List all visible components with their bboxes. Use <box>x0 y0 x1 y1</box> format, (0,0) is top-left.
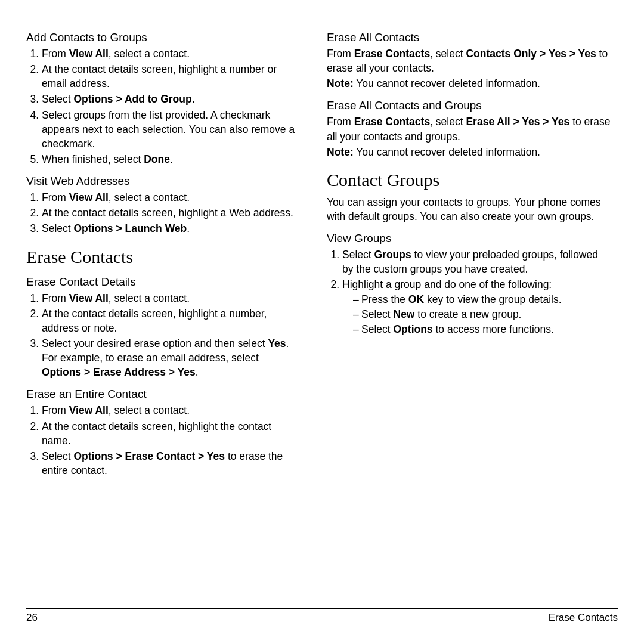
list-item: Select groups from the list provided. A … <box>42 108 301 151</box>
list-item: Press the OK key to view the group detai… <box>353 292 611 306</box>
list-item: Select Options > Launch Web. <box>42 221 301 236</box>
list-item: Select your desired erase option and the… <box>42 336 301 379</box>
list-item: At the contact details screen, highlight… <box>42 419 301 448</box>
erase-all-contacts-groups-note: Note: You cannot recover deleted informa… <box>327 145 611 159</box>
list-item: From View All, select a contact. <box>42 291 301 305</box>
erase-contact-details-section: Erase Contact Details From View All, sel… <box>26 275 301 380</box>
erase-all-contacts-note: Note: You cannot recover deleted informa… <box>327 76 611 91</box>
add-contacts-section: Add Contacts to Groups From View All, se… <box>26 31 301 166</box>
view-groups-title: View Groups <box>327 232 611 245</box>
erase-contacts-section: Erase Contacts <box>26 247 301 267</box>
view-groups-sublist: Press the OK key to view the group detai… <box>353 292 611 336</box>
footer-section-label: Erase Contacts <box>549 612 618 624</box>
list-item: Select Options > Add to Group. <box>42 92 301 106</box>
view-groups-section: View Groups Select Groups to view your p… <box>327 232 611 336</box>
erase-entire-contact-section: Erase an Entire Contact From View All, s… <box>26 388 301 478</box>
erase-all-contacts-body: From Erase Contacts, select Contacts Onl… <box>327 47 611 75</box>
erase-all-contacts-groups-section: Erase All Contacts and Groups From Erase… <box>327 99 611 159</box>
footer: 26 Erase Contacts <box>26 608 618 624</box>
columns: Add Contacts to Groups From View All, se… <box>26 23 618 603</box>
list-item: At the contact details screen, highlight… <box>42 306 301 335</box>
list-item: Highlight a group and do one of the foll… <box>342 277 611 336</box>
erase-contacts-title: Erase Contacts <box>26 247 301 267</box>
view-groups-list: Select Groups to view your preloaded gro… <box>340 247 611 336</box>
erase-all-contacts-title: Erase All Contacts <box>327 31 611 44</box>
left-column: Add Contacts to Groups From View All, se… <box>26 23 318 603</box>
list-item: When finished, select Done. <box>42 152 301 166</box>
erase-all-contacts-groups-body: From Erase Contacts, select Erase All > … <box>327 114 611 143</box>
page: Add Contacts to Groups From View All, se… <box>0 0 644 644</box>
erase-entire-contact-title: Erase an Entire Contact <box>26 388 301 401</box>
list-item: Select New to create a new group. <box>353 307 611 321</box>
list-item: Select Options > Erase Contact > Yes to … <box>42 449 301 478</box>
list-item: At the contact details screen, highlight… <box>42 62 301 91</box>
add-contacts-title: Add Contacts to Groups <box>26 31 301 44</box>
contact-groups-body: You can assign your contacts to groups. … <box>327 195 611 224</box>
list-item: From View All, select a contact. <box>42 190 301 205</box>
add-contacts-list: From View All, select a contact. At the … <box>39 47 301 166</box>
list-item: At the contact details screen, highlight… <box>42 206 301 220</box>
list-item: From View All, select a contact. <box>42 403 301 417</box>
visit-web-section: Visit Web Addresses From View All, selec… <box>26 175 301 236</box>
contact-groups-section: Contact Groups You can assign your conta… <box>327 170 611 224</box>
erase-all-contacts-groups-title: Erase All Contacts and Groups <box>327 99 611 112</box>
contact-groups-title: Contact Groups <box>327 170 611 190</box>
list-item: From View All, select a contact. <box>42 47 301 61</box>
erase-all-contacts-section: Erase All Contacts From Erase Contacts, … <box>327 31 611 91</box>
list-item: Select Groups to view your preloaded gro… <box>342 247 611 276</box>
erase-contact-details-list: From View All, select a contact. At the … <box>39 291 301 380</box>
visit-web-title: Visit Web Addresses <box>26 175 301 188</box>
erase-contact-details-title: Erase Contact Details <box>26 275 301 289</box>
visit-web-list: From View All, select a contact. At the … <box>39 190 301 236</box>
erase-entire-contact-list: From View All, select a contact. At the … <box>39 403 301 478</box>
list-item: Select Options to access more functions. <box>353 322 611 336</box>
page-number: 26 <box>26 612 38 624</box>
right-column: Erase All Contacts From Erase Contacts, … <box>318 23 611 603</box>
